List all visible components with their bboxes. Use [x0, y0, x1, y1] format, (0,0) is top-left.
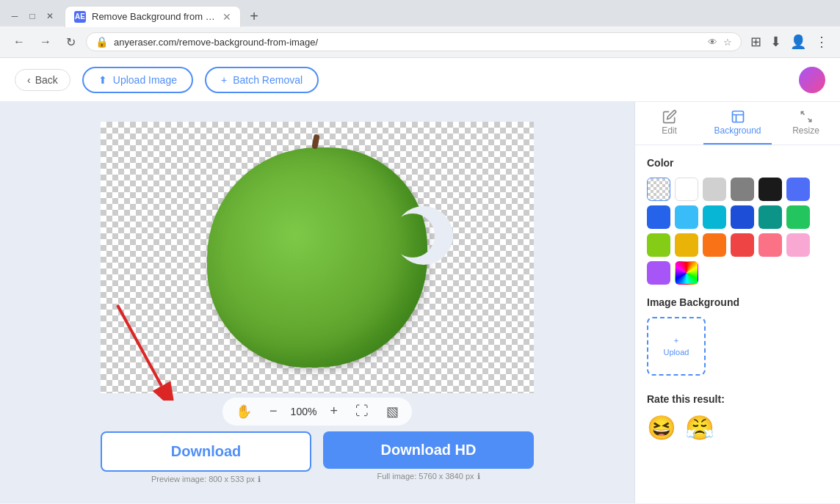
eye-icon: 👁 — [708, 37, 717, 48]
swatch-blue2[interactable] — [647, 205, 670, 229]
apple-image — [207, 147, 427, 368]
back-nav-button[interactable]: ← — [9, 32, 29, 51]
download-hd-wrapper: Download HD Full image: 5760 x 3840 px ℹ — [323, 431, 534, 481]
swatch-pink2[interactable] — [758, 233, 782, 257]
panel-nav: Edit Background Resize — [635, 102, 840, 145]
swatch-orange[interactable] — [703, 233, 726, 257]
image-bg-title: Image Background — [647, 296, 828, 308]
color-grid — [647, 178, 828, 285]
swatch-gray[interactable] — [731, 178, 754, 201]
upload-label: Upload — [664, 348, 689, 357]
maximize-button[interactable]: □ — [26, 10, 38, 22]
panel-content: Color — [635, 145, 840, 453]
color-section: Color — [647, 157, 828, 285]
edit-tab-label: Edit — [662, 125, 677, 136]
star-icon: ☆ — [723, 37, 732, 48]
canvas-area: ✋ − 100% + ⛶ ▧ Download Preview image: 8… — [0, 102, 634, 503]
address-bar[interactable]: 🔒 anyeraser.com/remove-background-from-i… — [86, 32, 742, 51]
bottom-bar: Download Preview image: 800 x 533 px ℹ D… — [12, 426, 623, 484]
new-tab-button[interactable]: + — [244, 7, 264, 27]
zoom-in-button[interactable]: + — [325, 402, 342, 420]
swatch-darkblue[interactable] — [731, 205, 754, 229]
tab-title: Remove Background from Ima... — [92, 11, 217, 22]
rate-title: Rate this result: — [647, 393, 828, 405]
zoom-level: 100% — [291, 406, 317, 417]
back-button[interactable]: ‹ Back — [15, 69, 70, 91]
chevron-left-icon: ‹ — [27, 74, 31, 86]
background-tab-label: Background — [714, 125, 761, 136]
browser-tab[interactable]: AE Remove Background from Ima... ✕ — [65, 6, 241, 27]
app-toolbar: ‹ Back ⬆ Upload Image + Batch Removal — [0, 58, 840, 102]
fit-screen-button[interactable]: ⛶ — [351, 402, 373, 420]
info-icon: ℹ — [258, 475, 261, 484]
profile-button[interactable]: 👤 — [787, 31, 809, 53]
preview-image-info: Preview image: 800 x 533 px ℹ — [151, 475, 261, 484]
compare-button[interactable]: ▧ — [382, 402, 403, 421]
image-bg-upload-button[interactable]: + Upload — [647, 317, 706, 376]
lock-icon: 🔒 — [95, 36, 108, 48]
color-section-title: Color — [647, 157, 828, 169]
image-canvas — [101, 122, 534, 393]
swatch-gradient[interactable] — [675, 261, 698, 285]
tab-resize[interactable]: Resize — [772, 102, 840, 145]
pan-tool-button[interactable]: ✋ — [231, 402, 256, 421]
right-panel: Edit Background Resize Color — [634, 102, 840, 503]
swatch-transparent[interactable] — [647, 178, 670, 201]
plus-icon: + — [674, 336, 678, 345]
menu-button[interactable]: ⋮ — [812, 31, 831, 53]
swatch-white[interactable] — [675, 178, 698, 201]
swatch-blue3[interactable] — [675, 205, 698, 229]
download-hd-button[interactable]: Download HD — [323, 431, 534, 469]
resize-tab-label: Resize — [792, 125, 819, 136]
download-wrapper: Download Preview image: 800 x 533 px ℹ — [101, 431, 311, 484]
avatar[interactable] — [799, 67, 825, 93]
emoji-row: 😆 😤 — [647, 414, 828, 442]
batch-removal-button[interactable]: + Batch Removal — [205, 67, 319, 93]
forward-nav-button[interactable]: → — [35, 32, 56, 51]
tab-background[interactable]: Background — [703, 102, 772, 145]
svg-rect-2 — [732, 112, 743, 123]
swatch-olive[interactable] — [647, 233, 670, 257]
zoom-out-button[interactable]: − — [265, 402, 282, 420]
swatch-cyan[interactable] — [703, 205, 726, 229]
image-background-section: Image Background + Upload — [647, 296, 828, 376]
rate-happy-button[interactable]: 😆 — [647, 414, 676, 442]
canvas-controls: ✋ − 100% + ⛶ ▧ — [222, 398, 412, 426]
swatch-purple[interactable] — [647, 261, 670, 285]
close-button[interactable]: ✕ — [44, 10, 56, 22]
swatch-yellow[interactable] — [675, 233, 698, 257]
upload-image-button[interactable]: ⬆ Upload Image — [82, 67, 193, 93]
swatch-teal[interactable] — [758, 205, 782, 229]
swatch-black[interactable] — [758, 178, 782, 201]
swatch-lightgray[interactable] — [703, 178, 726, 201]
swatch-blue1[interactable] — [786, 178, 810, 201]
full-image-info: Full image: 5760 x 3840 px ℹ — [377, 472, 479, 481]
extensions-button[interactable]: ⊞ — [747, 31, 764, 53]
apple-bite — [391, 213, 435, 258]
rate-section: Rate this result: 😆 😤 — [647, 393, 828, 442]
tab-favicon: AE — [74, 11, 86, 23]
swatch-green[interactable] — [786, 205, 810, 229]
tab-edit[interactable]: Edit — [635, 102, 703, 145]
minimize-button[interactable]: ─ — [9, 10, 21, 22]
swatch-pink[interactable] — [786, 233, 810, 257]
swatch-red[interactable] — [731, 233, 754, 257]
plus-icon: + — [221, 74, 227, 86]
info-icon-hd: ℹ — [477, 472, 480, 481]
rate-angry-button[interactable]: 😤 — [685, 414, 714, 442]
refresh-button[interactable]: ↻ — [62, 32, 80, 52]
download-browser-button[interactable]: ⬇ — [767, 31, 784, 53]
upload-icon: ⬆ — [98, 74, 107, 86]
url-text: anyeraser.com/remove-background-from-ima… — [114, 37, 702, 48]
tab-close-icon[interactable]: ✕ — [222, 11, 231, 23]
download-button[interactable]: Download — [101, 431, 311, 472]
address-icons: 👁 ☆ — [708, 37, 732, 48]
